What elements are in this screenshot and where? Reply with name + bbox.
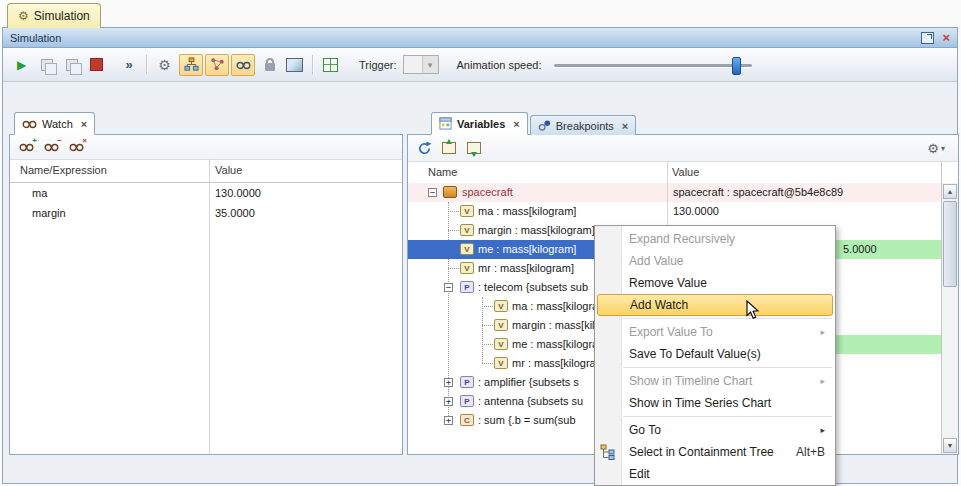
- submenu-arrow-icon: ▸: [820, 327, 825, 337]
- menu-item-add-watch[interactable]: Add Watch: [597, 294, 833, 316]
- toolbar-separator: [146, 55, 147, 75]
- menu-item-go-to[interactable]: Go To ▸: [595, 419, 835, 441]
- scroll-down-icon[interactable]: ▼: [943, 438, 957, 453]
- menu-item-show-in-time-series-chart[interactable]: Show in Time Series Chart: [595, 392, 835, 414]
- column-divider: [941, 162, 942, 184]
- close-watch-tab-icon[interactable]: ×: [81, 118, 87, 130]
- variables-options-button[interactable]: ⚙ ▾: [921, 140, 951, 157]
- window-title: Simulation: [10, 32, 61, 44]
- close-variables-tab-icon[interactable]: ×: [513, 118, 519, 130]
- close-window-icon[interactable]: ×: [942, 31, 950, 44]
- tree-expander[interactable]: +: [444, 378, 453, 387]
- variables-icon: [439, 117, 452, 130]
- play-icon: ▶: [17, 59, 26, 71]
- glasses-icon: [69, 142, 84, 152]
- toggle-diagram-animation-button[interactable]: [205, 54, 229, 76]
- animation-speed-slider[interactable]: [554, 55, 752, 75]
- menu-separator: [623, 367, 832, 368]
- watch-name: margin: [32, 207, 66, 219]
- export-up-button[interactable]: [438, 139, 460, 158]
- snapshot-button[interactable]: [283, 53, 306, 76]
- node-label: me : mass[kilogram]: [478, 243, 576, 255]
- trigger-select[interactable]: ▾: [403, 55, 439, 74]
- value-property-icon: V: [460, 224, 474, 236]
- gear-icon: ⚙: [158, 58, 171, 72]
- column-header-name-expression[interactable]: Name/Expression: [20, 164, 107, 176]
- pause-icon: [41, 59, 53, 71]
- scrollbar-thumb[interactable]: [943, 201, 957, 287]
- simulation-options-button[interactable]: ⚙: [153, 53, 176, 76]
- menu-separator: [623, 416, 832, 417]
- menu-item-save-to-default-values[interactable]: Save To Default Value(s): [595, 343, 835, 365]
- tree-row-ma[interactable]: V ma : mass[kilogram] 130.0000: [408, 202, 941, 221]
- menu-separator: [623, 318, 832, 319]
- slider-thumb[interactable]: [732, 57, 741, 75]
- lock-icon: [265, 63, 275, 71]
- tab-watch-label: Watch: [42, 118, 73, 130]
- run-button[interactable]: ▶: [10, 53, 33, 76]
- menu-item-edit[interactable]: Edit: [595, 463, 835, 485]
- value-property-icon: V: [494, 300, 508, 312]
- tab-watch[interactable]: Watch ×: [14, 112, 95, 135]
- column-header-value[interactable]: Value: [215, 164, 242, 176]
- toolbar-overflow-button[interactable]: »: [117, 53, 140, 76]
- remove-watch-button[interactable]: −: [40, 138, 62, 157]
- export-down-button[interactable]: [463, 139, 485, 158]
- show-in-table-button[interactable]: [319, 53, 342, 76]
- caret-down-icon: ▾: [941, 144, 945, 153]
- terminate-button[interactable]: ■: [85, 53, 108, 76]
- lock-button[interactable]: [258, 53, 281, 76]
- simulation-gear-icon: ⚙: [18, 10, 29, 22]
- node-label: spacecraft: [462, 186, 513, 198]
- simulation-titlebar[interactable]: Simulation ×: [3, 28, 957, 48]
- watch-row-ma[interactable]: ma 130.0000: [10, 183, 402, 203]
- tree-row-value: spacecraft : spacecraft@5b4e8c89: [668, 183, 941, 202]
- minus-mark-icon: −: [57, 137, 62, 145]
- menu-item-add-value: Add Value: [595, 250, 835, 272]
- watch-row-margin[interactable]: margin 35.0000: [10, 203, 402, 223]
- image-icon: [286, 58, 303, 72]
- tab-breakpoints[interactable]: Breakpoints ×: [530, 115, 637, 135]
- tab-variables[interactable]: Variables ×: [431, 112, 528, 135]
- tree-row-spacecraft[interactable]: − spacecraft spacecraft : spacecraft@5b4…: [408, 183, 941, 202]
- glasses-icon: [236, 60, 251, 70]
- watch-glasses-icon: [22, 119, 37, 129]
- tree-expander[interactable]: −: [444, 283, 453, 292]
- slider-track[interactable]: [554, 64, 752, 67]
- tree-expander[interactable]: +: [444, 416, 453, 425]
- remove-all-watches-button[interactable]: ×: [65, 138, 87, 157]
- tree-expander[interactable]: +: [444, 397, 453, 406]
- resume-button[interactable]: [60, 53, 83, 76]
- menu-item-remove-value[interactable]: Remove Value: [595, 272, 835, 294]
- node-label: : sum {.b = sum(sub: [478, 414, 576, 426]
- refresh-button[interactable]: [413, 139, 435, 158]
- menu-item-select-in-containment-tree[interactable]: Select in Containment Tree Alt+B: [595, 441, 835, 463]
- stop-icon: ■: [90, 58, 103, 71]
- column-divider-line: [209, 159, 210, 454]
- simulation-toolbar: ▶ ■ » ⚙ Trigger: ▾ Animation speed:: [3, 48, 957, 82]
- gear-icon: ⚙: [927, 141, 939, 156]
- mouse-cursor: [746, 300, 760, 320]
- variables-table-header: Name Value: [408, 162, 958, 185]
- value-property-icon: V: [494, 338, 508, 350]
- tab-simulation-document[interactable]: ⚙ Simulation: [7, 3, 101, 28]
- column-header-value[interactable]: Value: [672, 166, 699, 178]
- scroll-up-icon[interactable]: ▲: [943, 184, 957, 199]
- dropdown-arrow-icon: ▾: [422, 56, 438, 73]
- float-window-icon[interactable]: [921, 32, 934, 44]
- column-header-name[interactable]: Name: [428, 166, 457, 178]
- toggle-watch-animation-button[interactable]: [231, 54, 255, 76]
- context-menu: Expand Recursively Add Value Remove Valu…: [594, 225, 836, 486]
- tree-row-value: 130.0000: [668, 202, 941, 221]
- toggle-containment-animation-button[interactable]: [179, 54, 203, 76]
- application-screen: ⚙ Simulation Simulation × ▶ ■ » ⚙: [0, 0, 961, 486]
- network-icon: [210, 57, 225, 72]
- watch-toolbar: + − ×: [10, 135, 402, 160]
- box-arrow-down-icon: [467, 142, 481, 154]
- close-breakpoints-tab-icon[interactable]: ×: [622, 120, 628, 132]
- variables-tab-strip: Variables × Breakpoints ×: [407, 112, 636, 135]
- pause-button[interactable]: [35, 53, 58, 76]
- vertical-scrollbar[interactable]: ▲ ▼: [941, 183, 958, 454]
- add-watch-button[interactable]: +: [15, 138, 37, 157]
- tree-expander[interactable]: −: [428, 188, 437, 197]
